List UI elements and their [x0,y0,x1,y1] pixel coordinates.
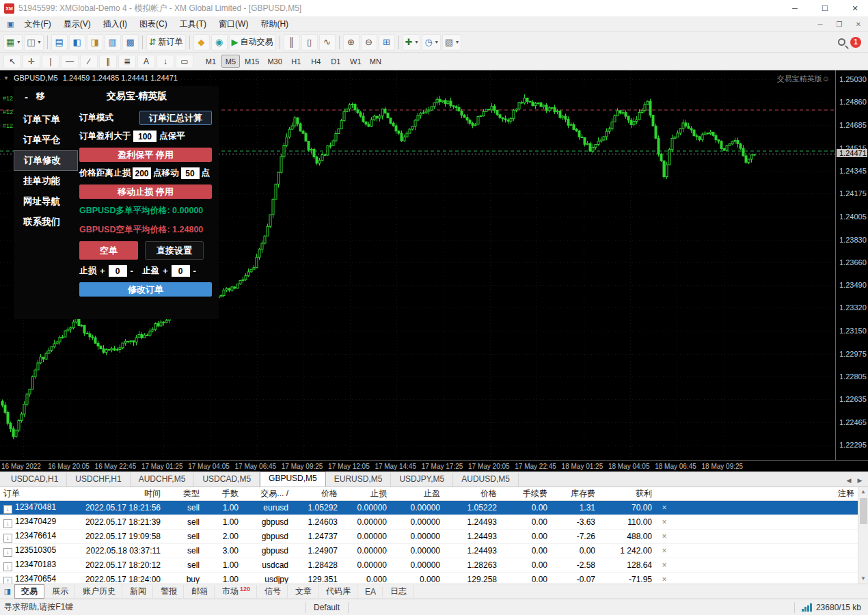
scrollbar-thumb[interactable] [860,498,867,524]
terminal-tab[interactable]: 账户历史 [77,585,122,598]
chart-tab[interactable]: USDCAD,H1 [3,473,67,487]
ea-menu-item[interactable]: 网址导航 [14,191,78,212]
timeframe-h4[interactable]: H4 [307,55,325,68]
arrow-tool[interactable]: ↓ [157,55,174,68]
column-header[interactable]: 获利 [599,488,655,500]
menu-item[interactable]: 窗口(W) [213,16,254,31]
column-header[interactable]: 订单 [0,488,75,500]
trail-distance-input[interactable] [133,167,151,179]
ea-menu-item[interactable]: 挂单功能 [14,171,78,191]
channel-tool[interactable]: ∥ [99,55,117,68]
close-order-button[interactable]: × [662,575,666,584]
timeframe-d1[interactable]: D1 [327,55,345,68]
timeframe-w1[interactable]: W1 [347,55,365,68]
timeframe-h1[interactable]: H1 [287,55,306,68]
profiles-button[interactable]: ◫▾ [24,34,43,51]
close-order-button[interactable]: × [662,532,666,541]
trail-step-input[interactable] [181,167,200,179]
column-header[interactable]: 价格 [444,488,500,500]
chart-tab[interactable]: USDCAD,M5 [194,473,260,487]
minimize-button[interactable]: ─ [782,0,808,16]
takeprofit-minus-button[interactable]: - [192,266,198,276]
menu-item[interactable]: 插入(I) [97,16,133,31]
order-summary-button[interactable]: 订单汇总计算 [139,111,212,125]
timeframe-m5[interactable]: M5 [221,55,240,68]
timeframe-mn[interactable]: MN [366,55,385,68]
notification-badge[interactable]: 1 [850,37,861,48]
profit-threshold-input[interactable] [133,131,157,142]
order-row[interactable]: ↑1234706542022.05.17 18:24:00buy1.00usdj… [0,573,858,584]
terminal-list-icon[interactable]: ◨ [1,587,14,596]
terminal-tab[interactable]: 展示 [46,585,75,598]
chart-tab[interactable]: USDJPY,M5 [391,473,453,487]
close-button[interactable]: ✕ [842,0,868,16]
ea-menu-item[interactable]: 订单下单 [14,109,78,130]
chart-canvas[interactable]: #12#12#12 ▼ GBPUSD,M5 1.24459 1.24485 1.… [0,70,835,460]
menu-item[interactable]: 图表(C) [133,16,174,31]
new-order-button[interactable]: ⇵新订单 [146,34,186,51]
profile-selector[interactable]: Default [305,602,349,613]
terminal-tab[interactable]: 市场120 [216,585,257,598]
strategy-tester-button[interactable]: ▩ [122,34,139,51]
candlestick-button[interactable]: ▯ [301,34,318,51]
terminal-tab[interactable]: 交易 [14,584,44,599]
terminal-tab[interactable]: 新闻 [124,585,153,598]
takeprofit-plus-button[interactable]: + [161,266,169,276]
terminal-tab[interactable]: 代码库 [320,585,357,598]
maximize-button[interactable]: ☐ [812,0,838,16]
templates-button[interactable]: ▧▾ [442,34,461,51]
chart-tab[interactable]: GBPUSD,M5 [260,472,326,487]
scroll-down-icon[interactable]: ▼ [860,574,866,584]
terminal-button[interactable]: ▥ [105,34,121,51]
timeframe-m15[interactable]: M15 [241,55,262,68]
line-chart-button[interactable]: ∿ [319,34,336,51]
chart-tab[interactable]: EURUSD,M5 [326,473,392,487]
zoom-in-button[interactable]: ⊕ [343,34,360,51]
takeprofit-input[interactable] [172,265,190,277]
terminal-tab[interactable]: 邮箱 [185,585,215,598]
search-icon[interactable] [838,38,845,46]
timeframe-m1[interactable]: M1 [202,55,220,68]
terminal-tab[interactable]: 文章 [289,585,318,598]
column-header[interactable]: 库存费 [551,488,599,500]
order-row[interactable]: ↓1234701832022.05.17 18:20:12sell1.00usd… [0,558,858,573]
menu-item[interactable]: 文件(F) [18,16,57,31]
trailing-stop-toggle-button[interactable]: 移动止损 停用 [79,184,212,199]
vertical-line-tool[interactable]: | [42,55,59,68]
order-row[interactable]: ↓1234704292022.05.17 18:21:39sell1.00gbp… [0,515,858,530]
navigator-button[interactable]: ◨ [87,34,103,51]
ea-menu-item[interactable]: 订单修改 [14,150,78,171]
column-header[interactable]: 手续费 [500,488,551,500]
column-header[interactable]: 注释 [673,488,858,500]
ea-move-handle[interactable]: 移 [36,90,45,102]
column-header[interactable]: 类型 [164,488,203,500]
column-header[interactable]: 交易... / [242,488,292,500]
collapse-icon[interactable]: ▼ [3,75,9,81]
order-row[interactable]: ↓1235103052022.05.18 03:37:11sell3.00gbp… [0,544,858,558]
close-order-button[interactable]: × [662,546,666,556]
close-order-button[interactable]: × [662,517,666,527]
column-header[interactable]: 止损 [341,488,390,500]
metaeditor-button[interactable]: ◆ [193,34,210,51]
column-header[interactable]: 止盈 [390,488,444,500]
menu-item[interactable]: 帮助(H) [254,16,295,31]
crosshair-tool[interactable]: ✛ [23,55,40,68]
menu-item[interactable]: 显示(V) [57,16,97,31]
breakeven-toggle-button[interactable]: 盈利保平 停用 [79,148,212,162]
indicators-button[interactable]: ✚▾ [403,34,421,51]
close-order-button[interactable]: × [662,560,666,570]
column-header[interactable]: 时间 [75,488,164,500]
stoploss-minus-button[interactable]: - [129,266,135,276]
column-header[interactable]: 价格 [292,488,341,500]
stoploss-plus-button[interactable]: + [98,266,107,276]
terminal-tab[interactable]: 警报 [154,585,184,598]
data-window-button[interactable]: ◧ [69,34,85,51]
bar-chart-button[interactable]: ║ [284,34,300,51]
shapes-tool[interactable]: ▭ [176,55,193,68]
terminal-tab[interactable]: 日志 [384,585,413,598]
text-tool[interactable]: A [137,55,155,68]
tile-windows-button[interactable]: ⊞ [379,34,395,51]
fibonacci-tool[interactable]: ≣ [118,55,136,68]
autotrading-button[interactable]: ▶自动交易 [229,34,276,51]
trendline-tool[interactable]: ∕ [80,55,98,68]
